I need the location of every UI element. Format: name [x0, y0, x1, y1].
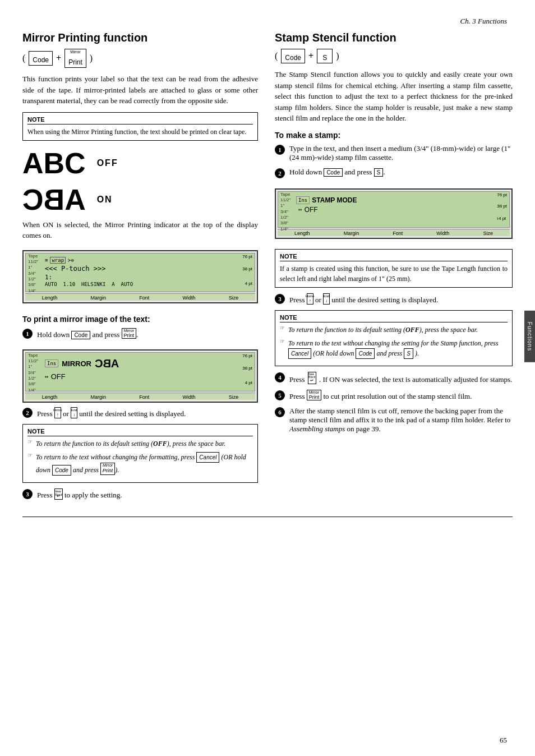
- lcd-mirror-label: MIRROR: [62, 359, 91, 368]
- on-label: ON: [97, 195, 113, 205]
- lcd-footer-1: Length Margin Font Width Size: [25, 293, 255, 301]
- stamp-step-circle-3: 3: [275, 294, 285, 304]
- end-key[interactable]: End↓: [71, 407, 77, 418]
- stamp-step3-until: until the desired setting is displayed.: [331, 296, 438, 304]
- lcd-line3: AUTO 1.10 HELSINKI A AUTO: [45, 282, 251, 287]
- mirror-step-2: 2 Press Home↑ or End↓ until the desired …: [22, 407, 258, 418]
- stamp-step-6: 6 After the stamp stencil film is cut of…: [275, 407, 513, 434]
- stamp-step5-text: to cut print resolution out of the stamp…: [323, 392, 472, 400]
- mirror-key-combo: ( Code + Mirror Print ): [22, 49, 258, 68]
- cancel-key-stamp-note[interactable]: Cancel: [288, 348, 311, 359]
- lcd-tape-sizes-2: Tape 11/2" 1" 3/4" 1/2" 3/8" 1/4": [28, 353, 38, 394]
- print-key-note[interactable]: MirrorPrint: [100, 463, 116, 476]
- lcd-pts-right-2: 76 pt 38 pt 4 pt: [242, 353, 252, 386]
- stamp-lcd-pts: 76 pt 38 pt i 4 pt: [497, 192, 507, 222]
- lcd-pts-right-1: 76 pt 38 pt 4 pt: [242, 253, 252, 287]
- chapter-title: Ch. 3 Functions: [460, 17, 507, 25]
- footer-length-2: Length: [42, 394, 58, 400]
- note-icon-2: ☞: [27, 452, 33, 458]
- stamp-footer-font: Font: [393, 231, 403, 236]
- footer-margin-1: Margin: [90, 295, 106, 301]
- stamp-s-key[interactable]: S: [317, 49, 333, 63]
- stamp-footer-margin: Margin: [344, 231, 359, 236]
- stamp-code-key-step2[interactable]: Code: [324, 168, 343, 177]
- stamp-end-key[interactable]: End↓: [323, 293, 330, 305]
- lcd-off-value: OFF: [51, 372, 66, 381]
- open-paren-r: (: [275, 51, 278, 61]
- stamp-step1-text: Type in the text, and then insert a medi…: [289, 144, 510, 162]
- stamp-step-3-content: Press Home↑ or End↓ until the desired se…: [289, 293, 513, 305]
- stamp-description: The Stamp Stencil function allows you to…: [275, 69, 513, 124]
- stamp-print-key[interactable]: Mirror Print: [307, 390, 322, 400]
- stamp-section-title: Stamp Stencil function: [275, 31, 513, 44]
- s-key-stamp-note[interactable]: S: [404, 348, 413, 359]
- mirror-note-box: NOTE When using the Mirror Printing func…: [22, 112, 258, 141]
- stamp-step-4: 4 Press NewBlock↵ . If ON was selected, …: [275, 372, 513, 384]
- step1-hold: Hold down: [37, 330, 70, 339]
- off-label: OFF: [97, 158, 118, 168]
- step1-code-key[interactable]: Code: [71, 331, 90, 339]
- stamp-note-text-4b: To return to the text without changing t…: [288, 338, 508, 359]
- stamp-code-key[interactable]: Code: [281, 49, 305, 63]
- cancel-key-note[interactable]: Cancel: [196, 452, 219, 463]
- stamp-step5-press: Press: [289, 392, 305, 400]
- note-title-2: NOTE: [27, 428, 253, 436]
- stamp-step-1: 1 Type in the text, and then insert a me…: [275, 144, 513, 162]
- mirror-lcd-screen-1: Tape 11/2" 1" 3/4" 1/2" 3/8" 1/4" 76 pt …: [22, 250, 258, 303]
- note-text-1: When using the Mirror Printing function,…: [27, 127, 253, 137]
- abc-normal: ABC: [22, 146, 86, 180]
- code-key[interactable]: Code: [29, 51, 53, 66]
- mirror-step-1: 1 Hold down Code and press Mirror Print …: [22, 328, 258, 339]
- stamp-step-4-content: Press NewBlock↵ . If ON was selected, th…: [289, 372, 513, 384]
- mirror-on-row: ABC ON: [22, 183, 258, 216]
- note-item-2: ☞ To return to the text without changing…: [27, 452, 253, 476]
- lcd-line2: 1:: [45, 274, 251, 281]
- note-text-2b: To return to the text without changing t…: [36, 452, 253, 476]
- footer-size-2: Size: [229, 394, 239, 400]
- stamp-subsection-title: To make a stamp:: [275, 131, 513, 140]
- stamp-footer-length: Length: [294, 231, 310, 236]
- stamp-s-key-step2[interactable]: S: [374, 168, 384, 177]
- stamp-lcd-screen: Tape 11/2" 1" 3/4" 1/2" 3/8" 1/4" 76 pt …: [275, 188, 513, 239]
- step3-press: Press: [37, 491, 52, 499]
- mirror-note-box-2: NOTE ☞ To return the function to its def…: [22, 424, 258, 483]
- open-paren: (: [22, 53, 25, 63]
- stamp-note-item-2: ☞ To return to the text without changing…: [280, 338, 508, 359]
- footer-width-2: Width: [183, 394, 196, 400]
- stamp-step3-or: or: [315, 296, 321, 304]
- mirror-step-3: 3 Press NewBlock↵ to apply the setting.: [22, 488, 258, 500]
- stamp-home-key[interactable]: Home↑: [307, 293, 313, 305]
- step1-print-key[interactable]: Mirror Print: [122, 328, 137, 339]
- step2-press: Press: [37, 409, 52, 418]
- stamp-step-2: 2 Hold down Code and press S.: [275, 168, 513, 178]
- footer-margin-2: Margin: [90, 394, 106, 400]
- abc-mirror: ABC: [22, 183, 86, 216]
- stamp-step-2-content: Hold down Code and press S.: [289, 168, 513, 177]
- step3-to-apply: to apply the setting.: [64, 491, 122, 499]
- step-2-content: Press Home↑ or End↓ until the desired se…: [37, 407, 258, 418]
- enter-key[interactable]: NewBlock↵: [54, 488, 63, 500]
- lcd-content-1: ≡ wrap ≻⊖ <<< P-touch >>> 1: AUTO 1.10 H…: [45, 256, 251, 287]
- lcd-content-2: Ins MIRROR ABC ⇔ OFF: [45, 357, 251, 381]
- print-key[interactable]: Mirror Print: [64, 49, 86, 68]
- stamp-lcd-footer: Length Margin Font Width Size: [278, 229, 510, 236]
- right-column: Stamp Stencil function ( Code + S ) The …: [275, 31, 513, 505]
- stamp-step-circle-1: 1: [275, 145, 285, 155]
- stamp-step-5: 5 Press Mirror Print to cut print resolu…: [275, 390, 513, 401]
- functions-tab: Functions: [524, 311, 535, 362]
- lcd-abc-mirror: ABC: [95, 357, 119, 370]
- footer-width-1: Width: [183, 295, 196, 301]
- stamp-footer-size: Size: [483, 231, 493, 236]
- stamp-step2-and: and press: [345, 168, 372, 176]
- mirror-off-row: ABC OFF: [22, 146, 258, 180]
- code-key-note[interactable]: Code: [52, 465, 71, 476]
- on-description: When ON is selected, the Mirror Printing…: [22, 219, 258, 241]
- lcd-arrow-icon: ⇔: [45, 373, 49, 380]
- mirror-description: This function prints your label so that …: [22, 73, 258, 107]
- code-key-stamp-note[interactable]: Code: [356, 348, 375, 359]
- note-icon-1: ☞: [27, 439, 33, 445]
- stamp-lcd-content: Ins STAMP MODE ⇔ OFF: [296, 196, 507, 214]
- left-column: Mirror Printing function ( Code + Mirror…: [22, 31, 258, 505]
- home-key[interactable]: Home↑: [54, 407, 61, 418]
- stamp-enter-key[interactable]: NewBlock↵: [308, 372, 316, 384]
